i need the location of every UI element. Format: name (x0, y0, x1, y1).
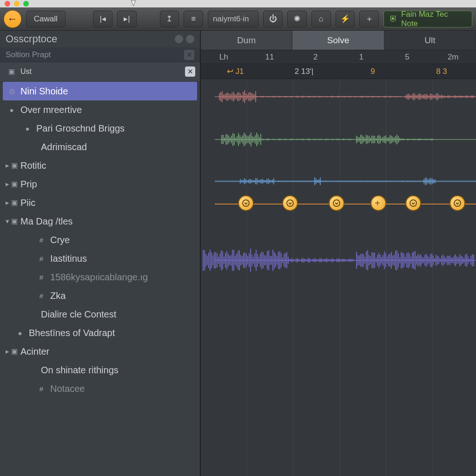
marker-button[interactable] (282, 195, 298, 211)
sidebar-item[interactable]: #1586kysapıicablange.ıg (0, 268, 200, 286)
tab-dum[interactable]: Dum (201, 31, 292, 50)
hash-icon: # (36, 385, 46, 393)
chevron-down-icon: ▾ ▣ (7, 217, 17, 225)
upload-button[interactable]: ↥ (160, 11, 179, 27)
sidebar-item[interactable]: #Crye (0, 231, 200, 249)
timeline-ruler[interactable]: Lh112152m (201, 50, 476, 64)
sidebar-pinned-label: Ust (20, 67, 32, 76)
hash-icon: # (36, 255, 46, 263)
marker-button[interactable] (405, 195, 421, 211)
svg-point-1 (287, 200, 293, 206)
window-titlebar (0, 0, 476, 7)
skip-forward-icon: ▸| (124, 14, 130, 24)
sidebar-item[interactable]: ●Bhestïnes of Vadrapt (0, 324, 200, 342)
track-2[interactable] (201, 129, 476, 157)
sidebar-item[interactable]: ▾ ▣Ma Dag /tles (0, 212, 200, 231)
hash-icon: # (36, 292, 46, 300)
arrow-left-icon: ← (7, 13, 18, 25)
power-button[interactable]: ⏻ (263, 11, 283, 27)
chevron-right-icon: ▸ ▣ (7, 161, 17, 170)
editor-area: DumSolveUlt Lh112152m ↩ J12 13'|98 3 + (201, 31, 476, 476)
chevron-right-icon: ▸ ▣ (7, 180, 17, 188)
search-input[interactable]: naiymt6·in (208, 11, 258, 27)
sidebar-item[interactable]: #Zka (0, 286, 200, 305)
tab-solve[interactable]: Solve (292, 31, 384, 50)
tracks-area[interactable]: + (201, 79, 476, 476)
sidebar-pinned-close-button[interactable]: ✕ (185, 66, 195, 77)
sidebar-item[interactable]: Adrimiscad (0, 138, 200, 156)
status-chip[interactable]: ⛨ Fain Maz Tec Note (383, 11, 472, 27)
waveform-icon (201, 129, 476, 157)
timeline-secondary-ruler[interactable]: ↩ J12 13'|98 3 (201, 64, 476, 79)
marker-down-icon (242, 199, 250, 207)
sidebar-item[interactable]: On shinate rithings (0, 361, 200, 379)
sidebar-item-label: Dialire cle Contest (41, 309, 116, 320)
waveform-icon (201, 168, 476, 196)
settings-button[interactable]: ✺ (287, 11, 307, 27)
marker-button[interactable] (238, 195, 254, 211)
marker-button[interactable] (450, 195, 465, 211)
sidebar-item[interactable]: ▸ ▣Rotitic (0, 156, 200, 175)
sidebar-panel-title: Osscrptoce (6, 33, 57, 45)
ruler-tick: 2 (292, 53, 338, 62)
ruler-tick: 11 (247, 53, 293, 62)
upload-icon: ↥ (166, 14, 172, 24)
svg-point-0 (243, 200, 249, 206)
skip-forward-button[interactable]: ▸| (117, 11, 137, 27)
sidebar-action-1-icon[interactable] (175, 35, 183, 43)
svg-point-4 (454, 200, 461, 206)
sidebar-sub-close-button[interactable]: ✕ (184, 50, 194, 60)
ruler-tick: 5 (384, 53, 430, 62)
sidebar-pinned-item[interactable]: ▣ Ust ✕ (0, 62, 200, 81)
track-1[interactable] (201, 87, 476, 115)
sidebar-panel-header: Osscrptoce (0, 31, 200, 47)
sidebar-sub-title: Soltion Prapt (6, 50, 51, 60)
app-title: Cawall (26, 11, 66, 27)
marker-down-icon (454, 199, 461, 207)
sidebar-item[interactable]: ●Pari Groschnd Briggs (0, 119, 200, 138)
zoom-window-icon[interactable] (23, 1, 29, 7)
sidebar-item-label: Prip (20, 179, 37, 190)
ruler-marker: 9 (338, 67, 407, 76)
close-window-icon[interactable] (5, 1, 10, 7)
skip-back-button[interactable]: |◂ (93, 11, 112, 27)
sidebar-item[interactable]: ▸ ▣Piic (0, 193, 200, 212)
home-button[interactable]: ⌂ (311, 11, 331, 27)
sidebar-sub-header: Soltion Prapt ✕ (0, 47, 200, 62)
track-3[interactable] (201, 168, 476, 196)
sidebar-item[interactable]: ▸ ▣Prip (0, 175, 200, 193)
sidebar-item[interactable]: ●Over mreertive (0, 100, 200, 119)
marker-down-icon (410, 199, 417, 207)
target-icon: ◎ (7, 87, 17, 95)
main-toolbar: ← Cawall |◂ ▸| ↥ ≡ naiymt6·in ⏻ ✺ ⌂ ⚡ ＋ … (0, 7, 476, 31)
list-button[interactable]: ≡ (184, 11, 203, 27)
marker-down-icon (286, 199, 294, 207)
sidebar-item[interactable]: #Notacee (0, 379, 200, 398)
marker-add-button[interactable]: + (370, 195, 386, 211)
power-icon: ⏻ (269, 14, 277, 24)
sidebar-item-selected[interactable]: ◎Nini Shoide (3, 82, 197, 100)
sidebar-item-label: Adrimiscad (41, 142, 87, 152)
minimize-window-icon[interactable] (14, 1, 20, 7)
sidebar-action-2-icon[interactable] (186, 35, 194, 43)
add-button[interactable]: ＋ (359, 11, 379, 27)
sidebar-item[interactable]: #Iastitinus (0, 249, 200, 268)
ruler-tick: 2m (430, 53, 476, 62)
sidebar-item-label: Bhestïnes of Vadrapt (29, 328, 115, 338)
sidebar-item[interactable]: Dialire cle Contest (0, 305, 200, 324)
ruler-tick: Lh (201, 53, 247, 62)
waveform-icon (201, 242, 476, 279)
marker-button[interactable] (329, 195, 344, 211)
sidebar-item[interactable]: ▸ ▣Acinter (0, 342, 200, 361)
close-icon: ✕ (187, 67, 193, 76)
flash-button[interactable]: ⚡ (336, 11, 355, 27)
back-button[interactable]: ← (4, 10, 21, 28)
marker-line (215, 204, 476, 205)
home-icon: ⌂ (319, 14, 324, 24)
waveform-icon (201, 87, 476, 115)
tab-ult[interactable]: Ult (384, 31, 476, 50)
track-4[interactable] (201, 242, 476, 279)
marker-row[interactable]: + (201, 194, 476, 213)
gear-icon: ✺ (294, 14, 300, 24)
sidebar-item-label: Notacee (50, 383, 85, 394)
